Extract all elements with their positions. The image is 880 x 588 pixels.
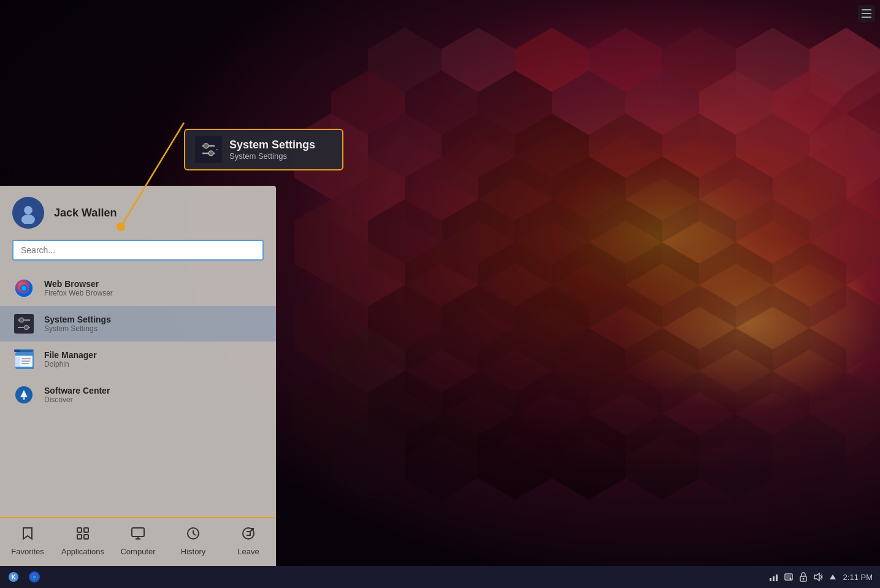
nav-label-history: History [181,547,205,556]
svg-rect-110 [84,528,88,532]
history-svg [186,526,201,541]
dolphin-icon [14,349,34,369]
taskbar-firefox-svg [28,571,40,583]
web-browser-info: Web Browser Firefox Web Browser [44,279,113,297]
taskbar-left: K [0,568,42,586]
volume-icon[interactable] [813,571,824,582]
monitor-icon [131,526,145,544]
computer-svg [131,526,145,541]
svg-rect-103 [21,358,31,359]
system-settings-info: System Settings System Settings [44,315,111,333]
svg-point-108 [23,397,25,400]
svg-marker-135 [830,575,836,579]
user-name: Jack Wallen [54,207,117,220]
svg-rect-113 [132,528,144,536]
arrow-svg [829,573,836,581]
hamburger-line [862,17,871,18]
search-input[interactable] [12,240,264,261]
nav-label-favorites: Favorites [11,547,44,556]
app-desc: Firefox Web Browser [44,289,113,297]
hamburger-line [862,13,871,14]
grid-icon [75,526,90,544]
svg-point-125 [33,576,36,579]
svg-rect-105 [21,363,29,364]
avatar-icon [17,202,39,224]
nav-label-leave: Leave [237,547,259,556]
app-name: File Manager [44,350,97,360]
taskbar: K [0,566,880,588]
kde-logo-icon: K [7,571,20,583]
favorites-svg [20,526,35,541]
leave-icon [241,526,256,544]
list-item[interactable]: File Manager Dolphin [0,342,276,377]
svg-point-87 [24,206,33,215]
web-browser-icon [12,277,36,300]
svg-rect-109 [77,528,82,532]
svg-rect-102 [15,357,20,367]
svg-rect-93 [14,314,34,334]
network-icon[interactable] [768,571,779,582]
file-manager-icon [12,348,36,371]
lock-icon[interactable] [798,571,809,582]
svg-point-95 [20,318,24,323]
nav-item-history[interactable]: History [166,518,221,566]
tooltip-subtitle: System Settings [229,151,315,161]
user-avatar[interactable] [12,197,44,229]
disk-icon[interactable] [783,571,794,582]
svg-point-133 [802,578,804,580]
list-item[interactable]: Software Center Discover [0,377,276,413]
nav-item-favorites[interactable]: Favorites [0,518,55,566]
svg-marker-134 [814,573,819,581]
app-desc: System Settings [44,324,111,333]
taskbar-time: 2:11 PM [843,573,873,582]
svg-rect-100 [14,349,20,352]
bookmark-icon [20,526,35,544]
svg-rect-104 [21,361,30,362]
software-center-icon [12,383,36,407]
nav-label-applications: Applications [61,547,104,556]
bottom-nav: Favorites Applications [0,517,276,566]
app-list: Web Browser Firefox Web Browser System S… [0,268,276,517]
svg-rect-126 [770,578,771,581]
svg-rect-128 [776,575,778,581]
svg-line-118 [193,533,196,535]
lock-svg [799,572,808,582]
leave-svg [241,526,256,541]
svg-point-80 [204,143,209,148]
settings-icon [197,139,220,161]
clock-icon [186,526,201,544]
svg-text:K: K [11,574,16,581]
discover-icon [14,385,34,405]
search-container [0,240,276,268]
nav-label-computer: Computer [120,547,155,556]
app-desc: Dolphin [44,360,97,368]
tray-area [768,571,838,582]
taskbar-firefox-icon[interactable] [27,570,42,584]
network-svg [769,572,779,582]
tooltip-text-area: System Settings System Settings [229,139,315,161]
app-desc: Discover [44,395,110,404]
volume-svg [813,572,823,582]
nav-item-leave[interactable]: Leave [221,518,276,566]
system-settings-tooltip: System Settings System Settings [184,129,343,170]
file-manager-info: File Manager Dolphin [44,350,97,368]
user-section: Jack Wallen [0,186,276,240]
svg-rect-112 [84,535,88,539]
arrow-up-icon[interactable] [827,571,838,582]
svg-point-92 [21,286,26,291]
nav-item-applications[interactable]: Applications [55,518,110,566]
svg-point-97 [25,326,29,330]
list-item[interactable]: Web Browser Firefox Web Browser [0,270,276,306]
list-item[interactable]: System Settings System Settings [0,306,276,342]
applications-svg [75,526,90,541]
taskbar-right: 2:11 PM [768,571,880,582]
disk-svg [784,572,794,582]
system-settings-list-icon [12,312,36,335]
tooltip-app-icon [195,136,222,163]
svg-point-82 [209,151,213,156]
svg-rect-127 [773,576,775,581]
nav-item-computer[interactable]: Computer [110,518,166,566]
taskbar-start-button[interactable]: K [5,568,22,586]
hamburger-menu-button[interactable] [858,5,875,22]
hamburger-line [862,9,871,10]
